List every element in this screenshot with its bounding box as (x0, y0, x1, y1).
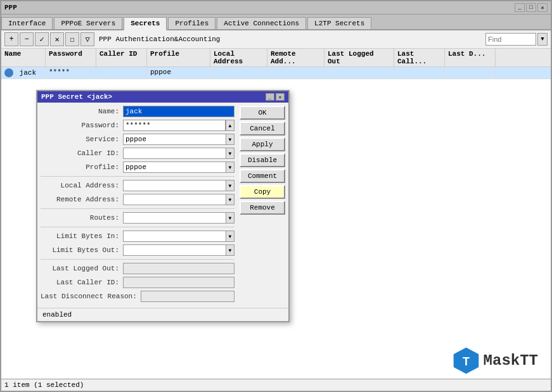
localaddr-label: Local Address: (41, 182, 123, 189)
logo-text: MaskTT (484, 352, 538, 369)
cell-lastd (445, 67, 496, 79)
limitbytesout-input[interactable] (123, 244, 226, 256)
cell-name: jack (1, 67, 46, 79)
col-header-lastcall[interactable]: Last Call... (394, 49, 445, 66)
lastloggedout-input (123, 263, 234, 274)
disable-button[interactable]: Disable (240, 153, 285, 167)
localaddr-input[interactable] (123, 180, 226, 191)
maximize-button[interactable]: □ (526, 3, 536, 12)
box-button[interactable]: ☐ (65, 32, 79, 46)
copy-button[interactable]: Copy (240, 185, 285, 199)
cell-localaddr (210, 67, 267, 79)
callerid-label: Caller ID: (41, 149, 123, 157)
limitbytesin-input[interactable] (123, 231, 226, 242)
dialog-buttons: OK Cancel Apply Disable Comment Copy Rem… (234, 106, 285, 305)
localaddr-dropdown-button[interactable]: ▼ (226, 180, 234, 191)
col-header-name[interactable]: Name (1, 49, 46, 66)
password-label: Password: (41, 122, 123, 129)
col-header-lastd[interactable]: Last D... (445, 49, 496, 66)
cell-remoteaddr (267, 67, 324, 79)
service-input[interactable] (123, 134, 226, 145)
add-button[interactable]: + (4, 32, 18, 46)
password-arrow-button[interactable]: ▲ (226, 120, 234, 131)
apply-button[interactable]: Apply (240, 137, 285, 151)
cell-lastcall (394, 67, 445, 79)
lastcallerid-input (123, 277, 234, 288)
tab-pppoe-servers[interactable]: PPPoE Servers (54, 17, 122, 29)
lastcallerid-label: Last Caller ID: (41, 279, 123, 286)
svg-text:T: T (463, 355, 470, 368)
service-dropdown-button[interactable]: ▼ (226, 134, 234, 145)
tab-l2tp-secrets[interactable]: L2TP Secrets (307, 17, 371, 29)
dialog-status: enabled (37, 308, 288, 321)
remoteaddr-input[interactable] (123, 194, 226, 205)
find-input[interactable] (485, 33, 536, 46)
routes-dropdown-button[interactable]: ▼ (226, 212, 234, 224)
tab-active-connections[interactable]: Active Connections (217, 17, 306, 29)
window-title: PPP (4, 4, 17, 11)
close-button[interactable]: ✕ (537, 3, 548, 12)
cell-lastlogout (324, 67, 394, 79)
tab-profiles[interactable]: Profiles (168, 17, 215, 29)
remove-button[interactable]: − (20, 32, 34, 46)
col-header-localaddr[interactable]: Local Address (210, 49, 267, 66)
profile-dropdown-button[interactable]: ▼ (226, 161, 234, 173)
comment-button[interactable]: Comment (240, 169, 285, 183)
x-button[interactable]: ✕ (50, 32, 64, 46)
filter-button[interactable]: ▽ (80, 32, 94, 46)
col-header-remoteaddr[interactable]: Remote Add... (267, 49, 324, 66)
cancel-button[interactable]: Cancel (240, 122, 285, 136)
password-input[interactable] (123, 120, 226, 131)
routes-label: Routes: (41, 214, 123, 222)
status-bar: 1 item (1 selected) (1, 379, 551, 391)
table-header: Name Password Caller ID Profile Local Ad… (1, 49, 551, 67)
tab-secrets[interactable]: Secrets (124, 17, 167, 30)
name-input[interactable] (123, 106, 234, 117)
callerid-dropdown-button[interactable]: ▼ (226, 148, 234, 159)
callerid-input[interactable] (123, 148, 226, 159)
lastloggedout-label: Last Logged Out: (41, 265, 123, 272)
tab-interface[interactable]: Interface (1, 17, 53, 29)
dialog-minimize-button[interactable]: _ (266, 93, 274, 101)
limitbytesout-label: Limit Bytes Out: (41, 246, 123, 254)
col-header-profile[interactable]: Profile (147, 49, 210, 66)
remoteaddr-label: Remote Address: (41, 196, 123, 203)
toolbar-label: PPP Authentication&Accounting (99, 35, 220, 43)
col-header-callerid[interactable]: Caller ID (96, 49, 147, 66)
remove-button[interactable]: Remove (240, 201, 285, 215)
remoteaddr-dropdown-button[interactable]: ▼ (226, 194, 234, 205)
dialog-title: PPP Secret <jack> (41, 93, 112, 101)
dialog-close-button[interactable]: ✕ (276, 93, 285, 101)
minimize-button[interactable]: _ (515, 3, 525, 12)
limitbytesin-dropdown-button[interactable]: ▼ (226, 231, 234, 242)
ok-button[interactable]: OK (240, 106, 285, 120)
limitbytesin-label: Limit Bytes In: (41, 232, 123, 240)
profile-input[interactable] (123, 161, 226, 173)
routes-input[interactable] (123, 212, 226, 224)
table-row[interactable]: jack ***** pppoe (1, 67, 551, 79)
ppp-secret-dialog: PPP Secret <jack> _ ✕ Name: Password: ▲ (36, 90, 290, 322)
profile-label: Profile: (41, 163, 123, 171)
cell-password: ***** (46, 67, 96, 79)
logo: T MaskTT (452, 346, 538, 375)
search-arrow-button[interactable]: ▼ (537, 33, 548, 46)
service-label: Service: (41, 136, 123, 143)
lastdisconnect-label: Last Disconnect Reason: (41, 293, 141, 300)
col-header-lastlogout[interactable]: Last Logged Out (324, 49, 394, 66)
dialog-form: Name: Password: ▲ Service: ▼ (41, 106, 234, 305)
lastdisconnect-input (141, 291, 234, 302)
cell-profile: pppoe (147, 67, 210, 79)
limitbytesout-dropdown-button[interactable]: ▼ (226, 244, 234, 256)
check-button[interactable]: ✓ (35, 32, 49, 46)
status-text: 1 item (1 selected) (4, 381, 84, 389)
logo-icon: T (452, 346, 480, 375)
col-header-password[interactable]: Password (46, 49, 96, 66)
name-label: Name: (41, 108, 123, 115)
cell-callerid (96, 67, 147, 79)
